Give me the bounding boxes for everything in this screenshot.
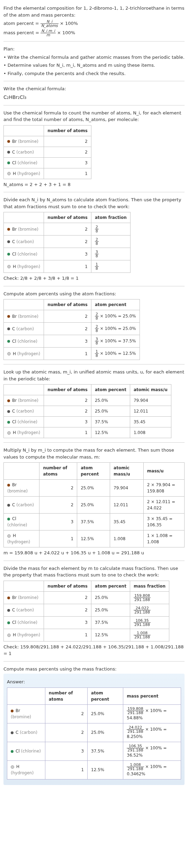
table-row: C (carbon)225.0%12.011 (4, 406, 171, 417)
answer-body: Br (bromine)225.0%159.808291.188 × 100% … (7, 704, 181, 779)
table-row: C (carbon)2 (4, 147, 91, 157)
element-cell: Cl (chlorine) (4, 417, 44, 427)
chemical-formula: C₂HBr₂Cl₃ (3, 94, 185, 101)
element-cell: H (hydrogen) (7, 760, 45, 779)
element-dot-icon (7, 534, 11, 538)
atom-pct-heading: Compute atom percents using the atom fra… (3, 290, 185, 297)
mass-percent-eq: mass percent = N_i m_im × 100% (3, 29, 185, 37)
atom-pct-body: Br (bromine)228 × 100% = 25.0%C (carbon)… (4, 310, 140, 360)
table-row: Cl (chlorine)3 (4, 157, 91, 168)
atom-percent-fraction: N_iN_atoms (41, 20, 59, 28)
atom-frac-table: number of atomsatom fraction Br (bromine… (3, 212, 131, 273)
mass-frac-body: Br (bromine)225.0%159.808291.188C (carbo… (4, 591, 169, 641)
atom-percent-eq: atom percent = N_iN_atoms × 100% (3, 20, 185, 28)
element-cell: Cl (chlorine) (4, 616, 44, 629)
element-dot-icon (7, 161, 10, 164)
element-dot-icon (7, 340, 10, 343)
count-sum: N_atoms = 2 + 2 + 3 + 1 = 8 (3, 181, 185, 188)
element-dot-icon (7, 504, 10, 507)
element-cell: Cl (chlorine) (4, 157, 44, 168)
count-table: number of atoms Br (bromine)2C (carbon)2… (3, 125, 91, 179)
element-dot-icon (7, 265, 11, 268)
mass-pct-heading: Compute mass percents using the mass fra… (3, 666, 185, 673)
element-cell: H (hydrogen) (4, 168, 44, 179)
table-row: Br (bromine)225.0%159.808291.188 × 100% … (7, 704, 181, 723)
element-cell: Cl (chlorine) (4, 248, 44, 260)
element-cell: Br (bromine) (4, 591, 44, 604)
element-cell: Br (bromine) (4, 480, 39, 497)
atom-frac-check: Check: 2/8 + 2/8 + 3/8 + 1/8 = 1 (3, 275, 185, 282)
table-row: Cl (chlorine)338 (4, 248, 131, 260)
table-row: Br (bromine)225.0%79.9042 × 79.904 = 159… (4, 480, 185, 497)
element-cell: H (hydrogen) (4, 629, 44, 641)
atom-frac-body: Br (bromine)228C (carbon)228Cl (chlorine… (4, 223, 131, 273)
table-row: Cl (chlorine)337.5%35.45 (4, 417, 171, 427)
molmass-sum: m = 159.808 u + 24.022 u + 106.35 u + 1.… (3, 550, 185, 556)
element-dot-icon (11, 710, 14, 712)
element-dot-icon (7, 172, 11, 175)
atom-frac-section: Divide each N_i by N_atoms to calculate … (3, 196, 185, 282)
table-row: Cl (chlorine)337.5%106.35291.188 (4, 616, 169, 629)
element-dot-icon (7, 228, 10, 231)
element-dot-icon (7, 597, 10, 599)
table-row: H (hydrogen)112.5%1.0081 × 1.008 = 1.008 (4, 530, 185, 547)
count-heading: Use the chemical formula to count the nu… (3, 110, 185, 123)
mass-frac-heading: Divide the mass for each element by m to… (3, 565, 185, 579)
table-row: Cl (chlorine)338 × 100% = 37.5% (4, 335, 140, 348)
element-cell: H (hydrogen) (4, 427, 44, 438)
table-row: Br (bromine)228 × 100% = 25.0% (4, 310, 140, 323)
mass-lookup-heading: Look up the atomic mass, m_i, in unified… (3, 369, 185, 382)
mass-percent-fraction: N_i m_im (41, 29, 56, 37)
element-cell: Br (bromine) (4, 223, 44, 236)
count-section: Use the chemical formula to count the nu… (3, 110, 185, 188)
element-dot-icon (7, 621, 10, 624)
table-row: C (carbon)225.0%24.022291.188 × 100% = 8… (7, 723, 181, 742)
plan-b2: • Determine values for N_i, m_i, N_atoms… (3, 62, 185, 69)
mass-lookup-table: number of atomsatom percentatomic mass/u… (3, 384, 171, 438)
answer-box: Answer: number of atomsatom percentmass … (3, 674, 185, 785)
atom-pct-table: number of atomsatom percent Br (bromine)… (3, 299, 140, 360)
mass-pct-section: Compute mass percents using the mass fra… (3, 666, 185, 785)
answer-label: Answer: (7, 678, 181, 685)
molmass-body: Br (bromine)225.0%79.9042 × 79.904 = 159… (4, 480, 185, 547)
element-dot-icon (7, 253, 10, 256)
element-cell: C (carbon) (4, 604, 44, 616)
element-dot-icon (7, 410, 10, 413)
element-dot-icon (7, 431, 11, 435)
plan: Plan: • Write the chemical formula and g… (3, 46, 185, 77)
element-cell: Cl (chlorine) (4, 335, 44, 348)
table-row: C (carbon)225.0%24.022291.188 (4, 604, 169, 616)
plan-b1: • Write the chemical formula and gather … (3, 54, 185, 61)
mass-frac-section: Divide the mass for each element by m to… (3, 565, 185, 657)
element-dot-icon (7, 352, 11, 355)
element-dot-icon (11, 731, 14, 734)
table-row: H (hydrogen)1 (4, 168, 91, 179)
atom-frac-heading: Divide each N_i by N_atoms to calculate … (3, 196, 185, 210)
formula-section: Write the chemical formula: C₂HBr₂Cl₃ (3, 85, 185, 101)
element-cell: Cl (chlorine) (7, 742, 45, 760)
element-cell: H (hydrogen) (4, 260, 44, 273)
element-cell: H (hydrogen) (4, 348, 44, 360)
table-row: H (hydrogen)118 × 100% = 12.5% (4, 348, 140, 360)
molmass-section: Multiply N_i by m_i to compute the mass … (3, 447, 185, 556)
element-dot-icon (7, 151, 10, 154)
intro-title: Find the elemental composition for 1, 2-… (3, 5, 185, 18)
element-dot-icon (11, 765, 14, 769)
element-cell: H (hydrogen) (4, 530, 39, 547)
element-cell: Br (bromine) (4, 136, 44, 147)
table-row: Br (bromine)225.0%79.904 (4, 395, 171, 406)
atom-pct-section: Compute atom percents using the atom fra… (3, 290, 185, 360)
element-cell: Br (bromine) (7, 704, 45, 723)
mass-lookup-section: Look up the atomic mass, m_i, in unified… (3, 369, 185, 438)
col-num-atoms: number of atoms (44, 125, 91, 136)
answer-table: number of atomsatom percentmass percent … (7, 687, 181, 779)
element-cell: C (carbon) (7, 723, 45, 742)
element-cell: Br (bromine) (4, 310, 44, 323)
table-row: H (hydrogen)112.5%1.008 (4, 427, 171, 438)
formula-heading: Write the chemical formula: (3, 85, 185, 92)
table-row: C (carbon)225.0%12.0112 × 12.011 = 24.02… (4, 497, 185, 514)
element-cell: C (carbon) (4, 323, 44, 335)
plan-heading: Plan: (3, 46, 185, 53)
plan-b3: • Finally, compute the percents and chec… (3, 70, 185, 77)
mass-frac-table: number of atomsatom percentmass fraction… (3, 581, 169, 641)
